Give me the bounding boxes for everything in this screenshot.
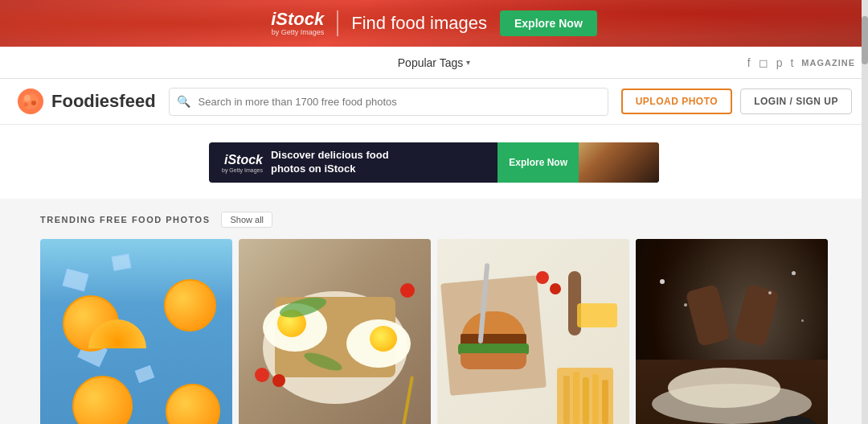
facebook-icon[interactable]: f — [747, 56, 751, 69]
search-icon: 🔍 — [177, 95, 190, 108]
burger-image — [437, 239, 629, 424]
photo-card[interactable] — [40, 239, 232, 424]
oranges-image — [40, 239, 232, 424]
search-bar: 🔍 — [169, 88, 608, 116]
banner-istock-name: iStock — [271, 10, 324, 28]
ad-explore-button[interactable]: Explore Now — [497, 142, 579, 183]
photo-card[interactable] — [437, 239, 629, 424]
show-all-button[interactable]: Show all — [221, 212, 272, 228]
ad-istock-logo: iStock by Getty Images — [222, 153, 263, 173]
banner-explore-button[interactable]: Explore Now — [500, 10, 597, 36]
ad-text: Discover delicious food photos on iStock — [271, 149, 389, 176]
popular-tags-dropdown[interactable]: Popular Tags ▾ — [398, 56, 470, 69]
chef-image — [636, 239, 828, 424]
ad-food-image — [579, 142, 659, 183]
ad-text-line1: Discover delicious food — [271, 149, 389, 163]
photo-grid — [40, 239, 828, 424]
banner-istock-subtitle: by Getty Images — [272, 28, 325, 36]
svg-point-2 — [24, 95, 31, 101]
section-header: TRENDING FREE FOOD PHOTOS Show all — [40, 212, 828, 228]
chevron-down-icon: ▾ — [466, 58, 470, 67]
banner-tagline: Find food images — [351, 13, 487, 34]
instagram-icon[interactable]: ◻ — [759, 56, 768, 69]
logo-area[interactable]: Foodiesfeed — [16, 87, 156, 116]
search-input[interactable] — [169, 88, 608, 116]
scrollbar-thumb[interactable] — [862, 16, 868, 64]
login-signup-button[interactable]: LOGIN / SIGN UP — [740, 89, 852, 114]
eggs-image — [239, 239, 431, 424]
site-header: Foodiesfeed 🔍 UPLOAD PHOTO LOGIN / SIGN … — [0, 79, 868, 125]
banner-divider — [337, 10, 338, 36]
pinterest-icon[interactable]: p — [776, 56, 783, 69]
photo-card[interactable] — [636, 239, 828, 424]
magazine-link[interactable]: MAGAZINE — [801, 58, 855, 68]
logo-text: Foodiesfeed — [51, 91, 156, 112]
ad-text-line2: photos on iStock — [271, 163, 389, 176]
popular-tags-label: Popular Tags — [398, 56, 463, 69]
ad-istock-sub: by Getty Images — [222, 167, 263, 173]
svg-point-4 — [24, 103, 28, 107]
main-content: TRENDING FREE FOOD PHOTOS Show all — [0, 199, 868, 424]
twitter-icon[interactable]: t — [790, 56, 793, 69]
svg-point-1 — [23, 93, 39, 109]
promo-banner: iStock by Getty Images Find food images … — [0, 0, 868, 47]
svg-point-3 — [31, 101, 36, 105]
header-actions: UPLOAD PHOTO LOGIN / SIGN UP — [621, 89, 852, 114]
ad-istock-name: iStock — [224, 153, 263, 167]
ad-content: iStock by Getty Images Discover deliciou… — [209, 149, 497, 176]
section-title: TRENDING FREE FOOD PHOTOS — [40, 215, 210, 224]
top-navbar: Popular Tags ▾ f ◻ p t MAGAZINE — [0, 47, 868, 79]
logo-icon — [16, 87, 45, 116]
scrollbar[interactable] — [862, 0, 868, 424]
ad-banner[interactable]: iStock by Getty Images Discover deliciou… — [209, 142, 659, 183]
upload-photo-button[interactable]: UPLOAD PHOTO — [621, 89, 732, 114]
photo-card[interactable] — [239, 239, 431, 424]
banner-istock-logo: iStock by Getty Images — [271, 10, 324, 36]
social-icons-group: f ◻ p t MAGAZINE — [747, 56, 855, 69]
